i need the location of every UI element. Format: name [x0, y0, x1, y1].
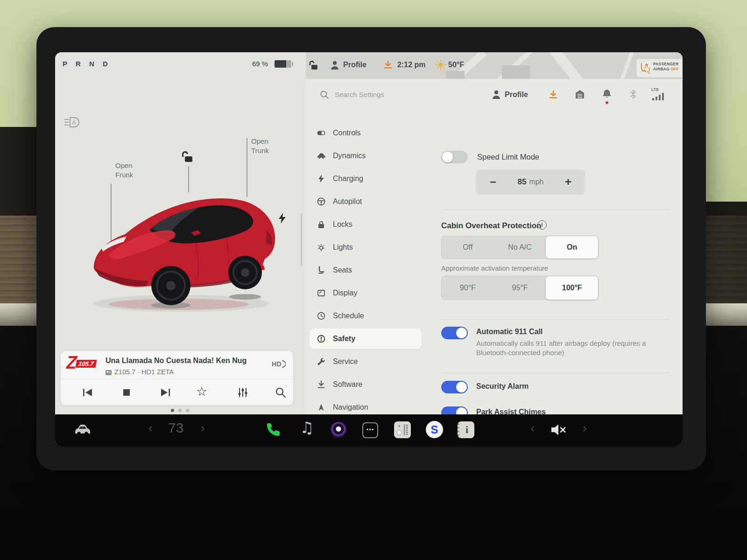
update-download-icon[interactable]: [383, 60, 393, 70]
station-name: Z105.7 · HD1 ZETA: [106, 368, 174, 376]
temp-option-95[interactable]: 95°F: [494, 276, 546, 300]
cop-option-on[interactable]: On: [546, 236, 598, 259]
profile-icon: [492, 90, 501, 100]
search-input[interactable]: [334, 90, 429, 99]
temp-decrease-button[interactable]: ‹: [148, 421, 153, 435]
media-search-button[interactable]: [275, 386, 287, 399]
speed-limit-toggle[interactable]: [441, 151, 468, 163]
sidebar-item-display[interactable]: Display: [310, 283, 422, 303]
phone-app-icon[interactable]: [265, 422, 281, 438]
auto-911-description: Automatically calls 911 after airbags de…: [476, 339, 672, 358]
sidebar-item-dynamics[interactable]: Dynamics: [310, 146, 422, 166]
safety-alert-icon: [317, 335, 325, 343]
sidebar-item-software[interactable]: Software: [310, 374, 422, 395]
sidebar-item-schedule[interactable]: Schedule: [310, 306, 422, 326]
notifications-bell-icon[interactable]: [602, 89, 612, 100]
media-player-card[interactable]: Z 105.7 Una Llamada No Cuesta Nada! Ken …: [61, 351, 293, 405]
schedule-clock-icon: [317, 312, 325, 320]
dashboard-photo: { "colors": { "accent_blue": "#3d63e0", …: [0, 0, 747, 560]
sidebar-item-locks[interactable]: Locks: [310, 214, 422, 235]
auto-911-label: Automatic 911 Call: [476, 328, 543, 336]
radio-source-icon: [106, 369, 112, 375]
vehicle-controls-button[interactable]: [74, 423, 92, 438]
bluetooth-icon[interactable]: [629, 89, 637, 99]
next-track-button[interactable]: [159, 386, 171, 399]
sidebar-item-controls[interactable]: Controls: [310, 123, 422, 143]
sidebar-item-service[interactable]: Service: [310, 351, 422, 372]
unlocked-icon[interactable]: [181, 150, 194, 163]
cop-option-noac[interactable]: No A/C: [494, 236, 546, 259]
previous-track-button[interactable]: [82, 386, 94, 399]
volume-down-button[interactable]: ‹: [530, 421, 535, 435]
open-trunk-label[interactable]: Open Trunk: [251, 137, 280, 155]
park-assist-chimes-toggle[interactable]: [441, 406, 468, 414]
settings-panel: Profile 2:12 pm 50°F: [306, 52, 683, 414]
svg-text:A: A: [72, 119, 76, 126]
airbag-icon: 2: [639, 62, 651, 74]
security-alarm-toggle[interactable]: [441, 381, 468, 393]
cabin-temperature[interactable]: 73: [168, 420, 183, 436]
volume-up-button[interactable]: ›: [583, 421, 587, 435]
auto-headlight-icon: A: [63, 116, 82, 129]
panel-page-dots[interactable]: [171, 409, 189, 412]
speed-limit-stepper: − 85mph +: [476, 169, 585, 195]
light-icon: [317, 243, 325, 252]
radio-tuner-app-icon[interactable]: [394, 421, 411, 438]
search-icon: [320, 90, 329, 99]
cabin-overheat-options: Off No A/C On: [441, 236, 599, 259]
open-frunk-label[interactable]: Open Frunk: [115, 161, 144, 180]
download-icon: [317, 380, 325, 389]
temp-increase-button[interactable]: ›: [201, 421, 205, 435]
increase-speed-button[interactable]: +: [561, 175, 575, 189]
auto-911-toggle[interactable]: [441, 327, 468, 339]
decrease-speed-button[interactable]: −: [486, 175, 500, 189]
car-render[interactable]: [81, 188, 286, 318]
activation-temp-label: Approximate activation temperature: [441, 265, 548, 272]
sidebar-item-charging[interactable]: Charging: [310, 168, 422, 189]
favorite-star-button[interactable]: ☆: [196, 384, 207, 399]
seat-icon: [317, 266, 325, 274]
streaming-s-app-icon[interactable]: S: [426, 421, 443, 438]
vehicle-unlocked-icon[interactable]: [309, 60, 320, 71]
software-update-icon[interactable]: [549, 90, 558, 99]
vehicle-panel: P R N D 69 % A Open Frunk Open Trunk: [55, 52, 306, 414]
profile-menu[interactable]: Profile: [343, 61, 366, 69]
settings-sheet: Profile LT: [306, 79, 683, 414]
temp-option-100[interactable]: 100°F: [546, 276, 598, 300]
speed-limit-label: Speed Limit Mode: [477, 153, 539, 161]
info-icon[interactable]: i: [537, 220, 547, 230]
station-logo: Z 105.7: [66, 355, 102, 375]
left-panel-scrollbar[interactable]: [301, 213, 302, 266]
temp-option-90[interactable]: 90°F: [442, 276, 494, 300]
stop-button[interactable]: [120, 386, 133, 399]
music-app-icon[interactable]: ♫: [300, 418, 314, 437]
lock-icon: [317, 220, 325, 229]
sidebar-item-navigation[interactable]: Navigation: [310, 397, 422, 414]
sidebar-item-lights[interactable]: Lights: [310, 237, 422, 258]
profile-icon: [330, 60, 339, 70]
equalizer-button[interactable]: [237, 386, 249, 399]
cop-option-off[interactable]: Off: [442, 236, 494, 259]
activation-temp-options: 90°F 95°F 100°F: [441, 276, 599, 300]
sun-icon: [436, 60, 446, 70]
app-dock: ‹ 73 › ♫ •••: [55, 414, 683, 447]
sidebar-item-safety[interactable]: Safety: [310, 329, 422, 349]
svg-text:2: 2: [648, 70, 650, 74]
settings-profile-menu[interactable]: Profile: [505, 91, 528, 99]
volume-muted-icon[interactable]: [551, 424, 567, 436]
release-notes-icon[interactable]: [575, 89, 585, 99]
car-icon: [317, 152, 325, 160]
wrench-icon: [317, 357, 325, 366]
owners-manual-app-icon[interactable]: i: [458, 421, 474, 438]
airbag-state: OFF: [670, 67, 679, 71]
display-icon: [317, 289, 325, 297]
outside-temperature: 50°F: [448, 61, 464, 69]
camera-lens-app-icon[interactable]: [331, 422, 346, 438]
sidebar-item-autopilot[interactable]: Autopilot: [310, 191, 422, 212]
park-assist-chimes-label: Park Assist Chimes: [476, 408, 546, 414]
passenger-airbag-badge: 2 PASSENGER AIRBAG OFF: [636, 59, 683, 77]
notification-dot: [606, 101, 608, 104]
sidebar-item-seats[interactable]: Seats: [310, 260, 422, 280]
more-apps-icon[interactable]: •••: [362, 422, 378, 438]
cabin-overheat-title: Cabin Overheat Protection: [441, 221, 541, 231]
